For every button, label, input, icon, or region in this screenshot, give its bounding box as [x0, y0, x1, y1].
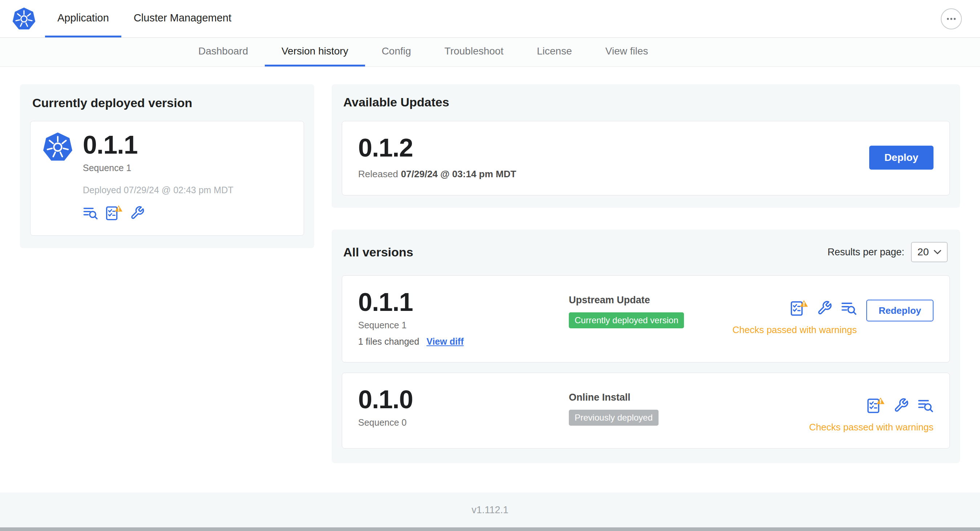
- diff-logs-icon[interactable]: [83, 205, 98, 221]
- released-timestamp: Released07/29/24 @ 03:14 pm MDT: [358, 169, 516, 180]
- row-version-number: 0.1.1: [358, 289, 569, 315]
- tab-config[interactable]: Config: [365, 38, 428, 67]
- update-version-number: 0.1.2: [358, 135, 516, 161]
- tab-license[interactable]: License: [520, 38, 589, 67]
- row-sequence: Sequence 1: [358, 320, 569, 331]
- results-per-page-value: 20: [918, 246, 929, 258]
- source-label: Upstream Update: [569, 294, 732, 306]
- results-per-page-select[interactable]: 20: [911, 242, 948, 262]
- preflight-checklist-warning-icon[interactable]: [105, 205, 123, 221]
- status-badge: Currently deployed version: [569, 312, 684, 328]
- config-tools-icon[interactable]: [894, 398, 909, 413]
- console-version-label: v1.112.1: [471, 504, 509, 516]
- chevron-down-icon: [934, 250, 941, 254]
- released-date: 07/29/24 @ 03:14 pm MDT: [401, 169, 516, 180]
- current-version-actions: [83, 205, 291, 221]
- preflight-checklist-warning-icon[interactable]: [867, 397, 885, 414]
- checks-status-text: Checks passed with warnings: [732, 324, 857, 335]
- current-version-number: 0.1.1: [83, 132, 138, 157]
- current-version-sequence: Sequence 1: [83, 163, 138, 173]
- kubernetes-logo-icon: [12, 0, 36, 37]
- row-sequence: Sequence 0: [358, 417, 569, 428]
- released-label: Released: [358, 169, 398, 180]
- all-versions-title: All versions: [343, 245, 414, 259]
- tab-cluster-management[interactable]: Cluster Management: [121, 0, 244, 37]
- version-row: 0.1.1 Sequence 1 1 files changed View di…: [342, 275, 950, 362]
- files-changed-label: 1 files changed: [358, 336, 419, 347]
- checks-status-text: Checks passed with warnings: [809, 422, 934, 433]
- row-version-number: 0.1.0: [358, 387, 569, 412]
- app-subnav: Dashboard Version history Config Trouble…: [0, 38, 980, 67]
- version-row-info: 0.1.0 Sequence 0: [358, 387, 569, 428]
- bottom-edge-strip: [0, 527, 980, 531]
- config-tools-icon[interactable]: [817, 300, 832, 316]
- results-per-page-label: Results per page:: [827, 246, 904, 258]
- tab-application[interactable]: Application: [45, 0, 121, 37]
- tab-dashboard[interactable]: Dashboard: [181, 38, 265, 67]
- config-tools-icon[interactable]: [130, 205, 145, 220]
- top-navbar: Application Cluster Management: [0, 0, 980, 38]
- deployed-timestamp: Deployed 07/29/24 @ 02:43 pm MDT: [83, 185, 291, 196]
- results-per-page: Results per page: 20: [827, 242, 948, 262]
- all-versions-panel: All versions Results per page: 20 0.1.1 …: [332, 229, 960, 463]
- current-version-title: Currently deployed version: [32, 96, 302, 110]
- diff-logs-icon[interactable]: [841, 300, 857, 316]
- main-content: Currently deployed version 0.1.1 Sequenc…: [0, 67, 980, 493]
- version-row-actions: Checks passed with warnings Redeploy: [732, 300, 934, 335]
- version-row-source: Upstream Update Currently deployed versi…: [569, 289, 732, 328]
- all-versions-header: All versions Results per page: 20: [343, 242, 948, 262]
- tab-version-history[interactable]: Version history: [265, 38, 365, 67]
- status-badge: Previously deployed: [569, 410, 659, 426]
- redeploy-button[interactable]: Redeploy: [866, 300, 934, 321]
- deploy-button[interactable]: Deploy: [869, 146, 934, 170]
- right-column: Available Updates 0.1.2 Released07/29/24…: [332, 84, 960, 463]
- version-row: 0.1.0 Sequence 0 Online Install Previous…: [342, 373, 950, 448]
- tab-troubleshoot[interactable]: Troubleshoot: [428, 38, 520, 67]
- preflight-checklist-warning-icon[interactable]: [790, 300, 808, 316]
- version-row-actions: Checks passed with warnings: [809, 397, 934, 433]
- available-updates-panel: Available Updates 0.1.2 Released07/29/24…: [332, 84, 960, 208]
- update-card: 0.1.2 Released07/29/24 @ 03:14 pm MDT De…: [342, 121, 950, 196]
- topbar-right: [941, 0, 962, 37]
- available-updates-title: Available Updates: [343, 95, 948, 109]
- view-diff-link[interactable]: View diff: [426, 336, 463, 347]
- tab-view-files[interactable]: View files: [589, 38, 665, 67]
- diff-logs-icon[interactable]: [918, 397, 934, 413]
- source-label: Online Install: [569, 392, 809, 403]
- version-row-source: Online Install Previously deployed: [569, 387, 809, 426]
- footer: v1.112.1: [0, 493, 980, 531]
- kubernetes-logo-icon: [43, 132, 73, 162]
- current-version-card: 0.1.1 Sequence 1 Deployed 07/29/24 @ 02:…: [30, 121, 304, 236]
- current-version-panel: Currently deployed version 0.1.1 Sequenc…: [20, 84, 314, 248]
- top-nav-tabs: Application Cluster Management: [45, 0, 244, 37]
- more-menu-button[interactable]: [941, 8, 962, 29]
- version-row-info: 0.1.1 Sequence 1 1 files changed View di…: [358, 289, 569, 347]
- ellipsis-icon: [946, 17, 956, 20]
